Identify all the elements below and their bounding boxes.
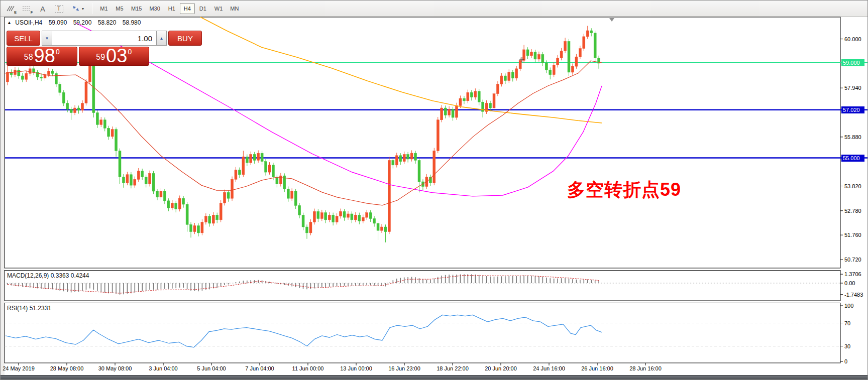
price-axis-label: 60.000: [844, 36, 861, 42]
rsi-axis-label: 70: [844, 320, 850, 326]
symbol-name: USOil-,H4: [15, 19, 42, 26]
macd-pane-label: MACD(12,26,9) 0.3363 0.4244: [7, 272, 89, 279]
chart-annotation-text: 多空转折点59: [567, 178, 681, 202]
volume-increase-button[interactable]: ▲: [156, 31, 167, 46]
price-axis-label: 50.720: [844, 257, 861, 263]
price-axis-label: 51.760: [844, 232, 861, 238]
time-axis-label: 3 Jun 04:00: [149, 365, 178, 371]
price-line-badge: 55.000: [841, 155, 864, 162]
rsi-pane-label: RSI(14) 51.2331: [7, 305, 51, 312]
buy-price-sup: 0: [128, 48, 132, 55]
trading-terminal-window: E F A T ▾ M1M5M15M30H1H4D1W1MN ▲: [0, 0, 868, 380]
time-axis-label: 18 Jun 22:00: [437, 365, 469, 371]
ma-slow-line: [200, 17, 602, 123]
buy-button[interactable]: BUY: [168, 31, 202, 46]
ohlc-high: 59.200: [73, 19, 92, 26]
price-axis-label: 52.780: [844, 208, 861, 214]
time-axis-label: 5 Jun 04:00: [197, 365, 226, 371]
buy-price-small: 59: [96, 50, 105, 65]
macd-axis-label: 1.3706: [844, 271, 861, 277]
price-line-badge: 57.020: [841, 106, 864, 113]
price-axis-label: 55.880: [844, 134, 861, 140]
one-click-trade-panel: SELL ▼ ▲ BUY 58 98 0 59 03 0: [7, 31, 149, 66]
macd-pane-border: [5, 271, 840, 301]
time-axis-label: 24 May 2019: [3, 365, 35, 371]
rsi-pane-border: [5, 303, 840, 363]
time-axis-label: 28 May 08:00: [50, 365, 84, 371]
time-axis-label: 11 Jun 00:00: [292, 365, 324, 371]
window-bottom-edge: [1, 375, 868, 380]
sell-price-big: 98: [34, 47, 55, 65]
sell-price-tile[interactable]: 58 98 0: [7, 47, 77, 66]
buy-price-tile[interactable]: 59 03 0: [79, 47, 150, 66]
symbol-info: ▲ USOil-,H4 59.090 59.200 58.820 58.980: [7, 19, 141, 26]
chart-shift-marker-icon: [609, 18, 614, 22]
time-axis-label: 28 Jun 16:00: [629, 365, 662, 371]
time-axis-label: 26 Jun 16:00: [581, 365, 613, 371]
time-axis-label: 30 May 08:00: [98, 365, 132, 371]
volume-decrease-button[interactable]: ▼: [42, 31, 52, 46]
time-axis-label: 20 Jun 20:00: [485, 365, 517, 371]
price-axis-label: 53.820: [844, 183, 861, 189]
time-axis-label: 16 Jun 23:00: [388, 365, 420, 371]
rsi-axis-label: 0: [844, 358, 847, 364]
volume-input[interactable]: [52, 31, 156, 46]
macd-axis-label: 0.00: [844, 280, 855, 286]
macd-histogram: [8, 274, 599, 295]
symbol-marker-icon: ▲: [7, 20, 12, 25]
price-axis-label: 57.940: [844, 85, 861, 91]
sell-button[interactable]: SELL: [7, 31, 40, 46]
time-axis-label: 13 Jun 00:00: [340, 365, 372, 371]
sell-price-sup: 0: [56, 48, 60, 55]
time-axis-label: 7 Jun 04:00: [245, 365, 274, 371]
rsi-axis-label: 100: [844, 303, 853, 309]
buy-price-big: 03: [106, 47, 127, 65]
price-line-badge: 59.000: [841, 59, 864, 66]
time-axis-label: 24 Jun 16:00: [533, 365, 565, 371]
rsi-axis-label: 30: [844, 343, 850, 349]
macd-axis-label: -1.7483: [844, 292, 863, 298]
ohlc-close: 58.980: [123, 19, 141, 26]
sell-price-small: 58: [24, 50, 33, 65]
ohlc-low: 58.820: [98, 19, 117, 26]
rsi-line: [6, 315, 602, 347]
ohlc-open: 59.090: [49, 19, 67, 26]
